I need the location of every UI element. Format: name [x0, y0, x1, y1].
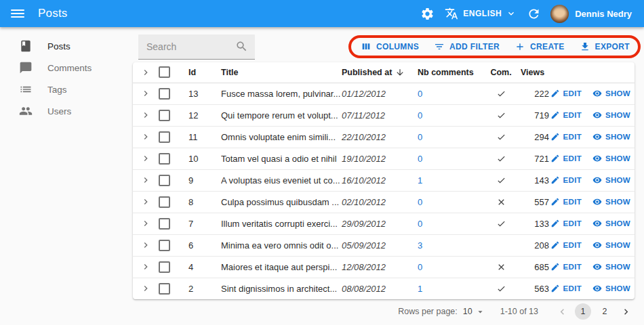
row-checkbox[interactable] [159, 175, 170, 186]
edit-button[interactable]: EDIT [550, 154, 582, 163]
show-button[interactable]: SHOW [592, 175, 630, 185]
edit-button[interactable]: EDIT [550, 262, 582, 272]
expand-row-button[interactable] [133, 256, 159, 278]
expand-row-button[interactable] [133, 126, 159, 148]
row-checkbox[interactable] [159, 88, 170, 100]
people-icon [19, 104, 33, 118]
sidebar-item-users[interactable]: Users [0, 100, 133, 122]
show-button[interactable]: SHOW [592, 240, 630, 250]
nb-comments-link[interactable]: 0 [418, 132, 422, 142]
header-id[interactable]: Id [188, 62, 221, 83]
check-icon [496, 89, 506, 99]
select-all-checkbox[interactable] [159, 66, 170, 78]
row-checkbox[interactable] [159, 218, 170, 230]
pencil-icon [550, 262, 560, 272]
nb-comments-link[interactable]: 3 [418, 240, 422, 251]
header-published-at[interactable]: Published at [342, 62, 418, 83]
nb-comments-link[interactable]: 0 [418, 262, 422, 272]
page-button-2[interactable]: 2 [597, 303, 613, 320]
expand-row-button[interactable] [133, 148, 159, 169]
expand-row-button[interactable] [133, 234, 159, 256]
settings-gear-icon[interactable] [420, 6, 435, 21]
edit-button[interactable]: EDIT [550, 219, 582, 228]
expand-row-button[interactable] [133, 169, 159, 191]
search-input[interactable] [146, 41, 235, 52]
eye-icon [592, 175, 602, 185]
add-filter-button[interactable]: ADD FILTER [434, 41, 500, 52]
show-button[interactable]: SHOW [592, 262, 630, 272]
columns-button[interactable]: COLUMNS [361, 41, 419, 52]
user-avatar [550, 5, 569, 23]
cell-published-at: 16/10/2012 [342, 169, 418, 191]
edit-button[interactable]: EDIT [550, 284, 582, 293]
row-checkbox[interactable] [159, 196, 170, 208]
table-row: 7 Illum veritatis corrupti exerci... 29/… [133, 213, 635, 234]
row-checkbox[interactable] [159, 131, 170, 143]
chevron-down-icon [506, 8, 517, 19]
sidebar-item-tags[interactable]: Tags [0, 79, 133, 100]
export-button[interactable]: EXPORT [580, 41, 630, 52]
cell-id: 7 [188, 213, 221, 234]
show-button[interactable]: SHOW [592, 89, 630, 98]
cell-commentable [481, 104, 521, 126]
cell-title: A voluptas eius eveniet ut co... [221, 169, 342, 191]
nb-comments-link[interactable]: 1 [418, 175, 422, 186]
eye-icon [592, 110, 602, 120]
show-button[interactable]: SHOW [592, 154, 630, 163]
edit-button[interactable]: EDIT [550, 132, 582, 142]
nb-comments-link[interactable]: 0 [418, 154, 422, 164]
header-nb-comments[interactable]: Nb comments [418, 62, 481, 83]
pencil-icon [550, 175, 560, 185]
row-checkbox[interactable] [159, 240, 170, 251]
row-checkbox[interactable] [159, 283, 170, 295]
header-commentable[interactable]: Com. [481, 62, 521, 83]
create-button[interactable]: CREATE [515, 41, 565, 52]
eye-icon [592, 154, 602, 163]
expand-row-button[interactable] [133, 104, 159, 126]
nb-comments-link[interactable]: 0 [418, 110, 422, 121]
nb-comments-link[interactable]: 0 [418, 219, 422, 229]
sidebar-item-posts[interactable]: Posts [0, 35, 133, 57]
expand-all-header[interactable] [133, 62, 159, 83]
chevron-right-icon [140, 110, 151, 121]
edit-button[interactable]: EDIT [550, 175, 582, 185]
header-views[interactable]: Views [521, 62, 564, 83]
edit-button[interactable]: EDIT [550, 110, 582, 120]
cell-published-at: 29/09/2012 [342, 213, 418, 234]
expand-row-button[interactable] [133, 83, 159, 104]
cell-published-at: 22/10/2012 [342, 126, 418, 148]
previous-page-button[interactable] [555, 304, 569, 319]
pagination: Rows per page: 10 1-10 of 13 1 2 [133, 299, 635, 324]
next-page-button[interactable] [618, 304, 633, 319]
nb-comments-link[interactable]: 0 [418, 197, 422, 207]
user-menu[interactable]: Dennis Nedry [550, 5, 632, 23]
edit-button[interactable]: EDIT [550, 240, 582, 250]
cell-title: Sint dignissimos in architect... [221, 278, 342, 299]
show-button[interactable]: SHOW [592, 197, 630, 207]
rows-per-page-select[interactable]: 10 [463, 307, 485, 317]
cell-commentable [481, 83, 521, 104]
row-checkbox[interactable] [159, 261, 170, 273]
show-button[interactable]: SHOW [592, 110, 630, 120]
cell-commentable [481, 278, 521, 299]
show-button[interactable]: SHOW [592, 284, 630, 293]
edit-button[interactable]: EDIT [550, 197, 582, 207]
nb-comments-link[interactable]: 0 [418, 89, 422, 99]
language-selector[interactable]: ENGLISH [444, 6, 517, 21]
show-button[interactable]: SHOW [592, 132, 630, 142]
expand-row-button[interactable] [133, 213, 159, 234]
row-checkbox[interactable] [159, 153, 170, 165]
page-button-1[interactable]: 1 [575, 303, 591, 320]
show-button[interactable]: SHOW [592, 219, 630, 228]
cell-id: 11 [188, 126, 221, 148]
cell-commentable [481, 126, 521, 148]
sidebar-item-comments[interactable]: Comments [0, 57, 133, 79]
edit-button[interactable]: EDIT [550, 89, 582, 98]
row-checkbox[interactable] [159, 110, 170, 121]
nb-comments-link[interactable]: 1 [418, 284, 422, 294]
expand-row-button[interactable] [133, 278, 159, 299]
menu-icon[interactable] [11, 9, 24, 18]
header-title[interactable]: Title [221, 62, 342, 83]
refresh-icon[interactable] [526, 6, 541, 21]
expand-row-button[interactable] [133, 191, 159, 213]
